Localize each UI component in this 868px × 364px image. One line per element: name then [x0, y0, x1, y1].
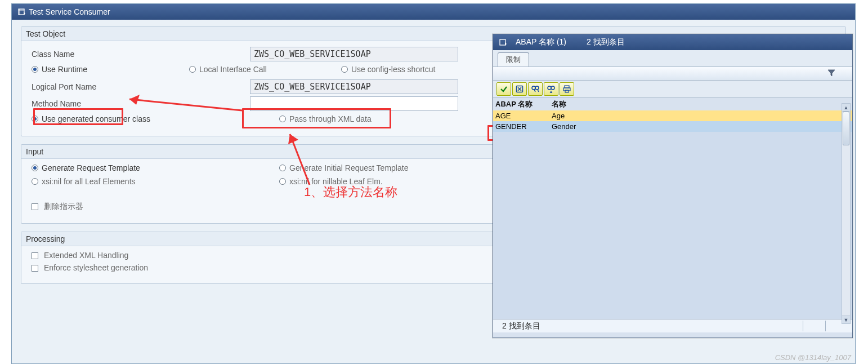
toolbar-find-button[interactable]: [528, 82, 543, 96]
radio-pass-xml-label: Pass through XML data: [289, 114, 372, 123]
filter-icon[interactable]: [827, 69, 835, 79]
search-help-popup: ABAP 名称 (1) 2 找到条目 限制 ABAP 名称 名称: [493, 34, 853, 338]
table-row[interactable]: AGE Age: [493, 110, 852, 121]
scroll-thumb[interactable]: [843, 112, 849, 145]
field-method-name[interactable]: [250, 96, 458, 111]
radio-dot-icon: [32, 66, 38, 73]
cell-name: Age: [552, 112, 602, 120]
checkbox-enforce-style[interactable]: [32, 265, 38, 272]
field-logical-port[interactable]: [250, 79, 458, 94]
radio-use-runtime[interactable]: Use Runtime: [32, 65, 189, 74]
radio-xsinil-nillable-label: xsi:nil for nillable Leaf Elm.: [289, 177, 383, 186]
cell-abap: GENDER: [495, 122, 552, 131]
label-method-name: Method Name: [32, 99, 245, 108]
watermark: CSDN @1314lay_1007: [775, 353, 851, 362]
radio-gen-consumer[interactable]: Use generated consumer class: [32, 114, 257, 123]
checkbox-ext-xml-label: Extended XML Handling: [44, 251, 128, 260]
svg-point-9: [532, 86, 535, 90]
main-title: Test Service Consumer: [29, 7, 110, 16]
toolbar-print-button[interactable]: [560, 82, 574, 96]
svg-point-14: [551, 86, 554, 90]
popup-statusbar: 2 找到条目: [493, 319, 852, 332]
popup-status-text: 2 找到条目: [498, 321, 803, 331]
radio-dot-icon: [32, 165, 38, 171]
radio-local-interface-label: Local Interface Call: [199, 65, 267, 74]
radio-dot-icon: [32, 116, 38, 122]
toolbar-find-next-button[interactable]: [544, 82, 558, 96]
window-menu-icon[interactable]: [499, 38, 507, 46]
radio-gen-init-label: Generate Initial Request Template: [289, 163, 408, 172]
radio-dot-icon: [189, 66, 196, 73]
label-class-name: Class Name: [32, 50, 245, 59]
radio-dot-icon: [279, 116, 286, 122]
toolbar-cancel-button[interactable]: [512, 82, 527, 96]
popup-body-fill: [493, 132, 852, 319]
popup-tab-restrict[interactable]: 限制: [498, 52, 529, 66]
radio-xsinil-all[interactable]: xsi:nil for all Leaf Elements: [32, 177, 257, 186]
popup-titlebar: ABAP 名称 (1) 2 找到条目: [493, 34, 852, 50]
label-logical-port: Logical Port Name: [32, 82, 245, 91]
svg-rect-15: [565, 86, 569, 88]
popup-table: ABAP 名称 名称 AGE Age GENDER Gender: [493, 98, 852, 132]
radio-use-runtime-label: Use Runtime: [42, 65, 87, 74]
svg-point-10: [535, 86, 539, 90]
toolbar-accept-button[interactable]: [496, 82, 511, 96]
popup-col1: ABAP 名称: [495, 99, 552, 109]
cell-name: Gender: [552, 122, 602, 131]
svg-line-11: [534, 90, 535, 92]
radio-dot-icon: [32, 178, 38, 185]
radio-dot-icon: [341, 66, 348, 73]
checkbox-enforce-style-label: Enforce stylesheet generation: [44, 263, 148, 272]
svg-point-13: [548, 86, 551, 90]
checkbox-delete-indicator[interactable]: [32, 203, 38, 210]
popup-filterbar: [493, 67, 852, 81]
radio-config-less-label: Use config-less shortcut: [351, 65, 435, 74]
checkbox-delete-indicator-label: 删除指示器: [44, 202, 83, 211]
popup-vertical-scrollbar[interactable]: ▲ ▼: [842, 103, 851, 324]
checkbox-ext-xml[interactable]: [32, 252, 38, 259]
radio-gen-consumer-label: Use generated consumer class: [42, 114, 150, 123]
popup-title-right: 2 找到条目: [587, 37, 625, 47]
radio-local-interface[interactable]: Local Interface Call: [189, 65, 341, 74]
radio-dot-icon: [279, 165, 286, 171]
cell-abap: AGE: [495, 112, 552, 120]
radio-xsinil-all-label: xsi:nil for all Leaf Elements: [42, 177, 136, 186]
scroll-down-icon[interactable]: ▼: [842, 316, 850, 323]
popup-table-header: ABAP 名称 名称: [493, 98, 852, 110]
svg-line-12: [538, 90, 539, 92]
main-titlebar: Test Service Consumer: [12, 4, 855, 20]
radio-dot-icon: [279, 178, 286, 185]
popup-toolbar: [493, 81, 852, 98]
popup-tabstrip: 限制: [493, 50, 852, 67]
popup-title-left: ABAP 名称 (1): [516, 37, 566, 47]
window-menu-icon[interactable]: [17, 8, 25, 16]
status-box-1: [803, 321, 825, 331]
table-row[interactable]: GENDER Gender: [493, 121, 852, 132]
popup-col2: 名称: [552, 99, 602, 109]
field-class-name[interactable]: [250, 47, 458, 61]
scroll-up-icon[interactable]: ▲: [842, 104, 850, 112]
svg-rect-7: [500, 39, 505, 45]
radio-gen-req-label: Generate Request Template: [42, 163, 140, 172]
radio-gen-req[interactable]: Generate Request Template: [32, 163, 257, 172]
